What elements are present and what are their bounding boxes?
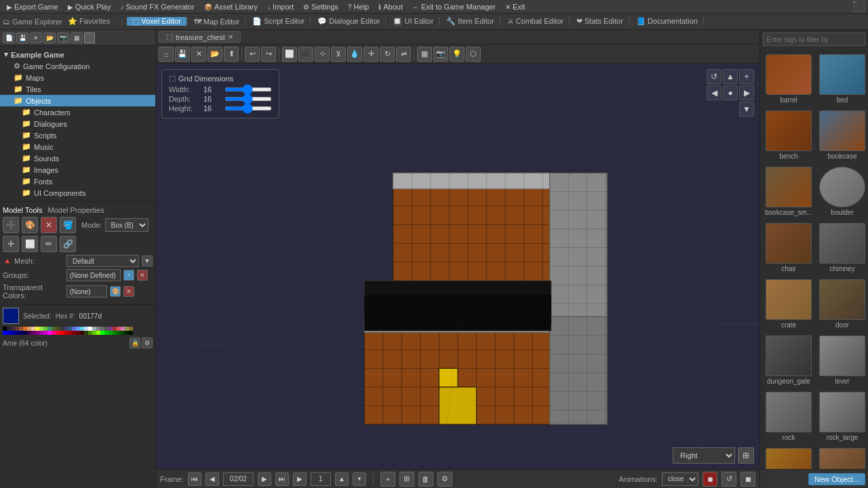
tree-item-dialogues[interactable]: 📁 Dialogues (0, 118, 155, 129)
vp-close-btn[interactable]: ✕ (191, 47, 206, 62)
nav-right-btn[interactable]: ▶ (739, 85, 754, 100)
vp-move-btn[interactable]: ✛ (363, 47, 378, 62)
asset-item-rock_large[interactable]: rock_large (817, 390, 867, 443)
mode-select[interactable]: Box (B) (105, 218, 149, 232)
tab-documentation[interactable]: 📘 Documentation (631, 17, 704, 26)
tab-ui-editor[interactable]: 🔲 UI Editor (387, 17, 439, 26)
menu-about[interactable]: ℹAbout (374, 3, 407, 11)
palette-settings-btn[interactable]: ⚙ (142, 338, 153, 348)
tree-item-music[interactable]: 📁 Music (0, 141, 155, 152)
tree-item-game-config[interactable]: ⚙ Game Configuration (0, 60, 155, 72)
add-voxel-btn[interactable]: ➕ (3, 217, 19, 233)
animations-select[interactable]: close open idle (662, 472, 698, 486)
vp-save-btn[interactable]: 💾 (175, 47, 190, 62)
tab-dialogue-editor[interactable]: 💬 Dialogue Editor (312, 17, 386, 26)
tree-item-ui-components[interactable]: 📁 UI Components (0, 187, 155, 199)
tab-stats-editor[interactable]: ❤ Stats Editor (571, 17, 629, 26)
tree-item-fonts[interactable]: 📁 Fonts (0, 176, 155, 187)
vp-tab-close[interactable]: ✕ (228, 33, 233, 41)
asset-item-bed[interactable]: bed (817, 52, 867, 106)
anim-delete-frame-btn[interactable]: 🗑 (418, 472, 433, 487)
tree-root[interactable]: ▾ Example Game (0, 49, 155, 60)
menu-asset-library[interactable]: 📦Asset Library (200, 3, 262, 11)
link-btn[interactable]: 🔗 (60, 236, 76, 252)
erase-btn[interactable]: ✕ (41, 217, 57, 233)
viewport-canvas[interactable]: ⬚ Grid Dimensions Width: 16 Depth: 16 (156, 64, 760, 469)
asset-item-chimney[interactable]: chimney (817, 221, 867, 274)
tree-item-sounds[interactable]: 📁 Sounds (0, 152, 155, 164)
depth-slider[interactable] (224, 97, 272, 101)
nav-down-btn[interactable]: ▼ (739, 102, 754, 117)
tree-item-characters[interactable]: 📁 Characters (0, 106, 155, 118)
frame-prev-btn[interactable]: ◀ (205, 472, 219, 486)
frame-last-btn[interactable]: ⏭ (275, 472, 289, 486)
camera-btn[interactable]: 📷 (57, 33, 69, 43)
asset-item-door[interactable]: door (817, 277, 867, 331)
menu-sound-fx[interactable]: ♪Sound FX Generator (116, 3, 199, 11)
vp-light-btn[interactable]: 💡 (450, 47, 465, 62)
step-up-btn[interactable]: ▲ (335, 472, 349, 486)
asset-item-lever[interactable]: lever (817, 333, 867, 387)
asset-item-barrel[interactable]: barrel (763, 52, 814, 106)
asset-item-bookcase_sm...[interactable]: bookcase_sm... (763, 165, 814, 218)
tree-item-scripts[interactable]: 📁 Scripts (0, 129, 155, 141)
asset-item-bookcase[interactable]: bookcase (817, 108, 867, 162)
close-btn[interactable]: ✕ (30, 33, 42, 43)
view-grid-toggle-btn[interactable]: ⊞ (738, 447, 754, 464)
asset-item-bench[interactable]: bench (763, 108, 814, 162)
line-btn[interactable]: ✏ (41, 236, 57, 252)
grid-btn[interactable]: ▦ (71, 33, 83, 43)
nav-up-btn[interactable]: ▲ (723, 69, 738, 84)
nav-center-btn[interactable]: ● (723, 85, 738, 100)
vp-home-btn[interactable]: ⌂ (159, 47, 174, 62)
vp-box-outline-btn[interactable]: ⬜ (282, 47, 297, 62)
nav-zoom-in-btn[interactable]: + (739, 69, 754, 84)
box-select-btn[interactable]: ⬜ (22, 236, 38, 252)
anim-record-btn[interactable]: ⏺ (703, 472, 717, 487)
anim-add-frame-btn[interactable]: + (380, 472, 395, 487)
vp-grid-btn[interactable]: ▦ (417, 47, 432, 62)
tree-item-tiles[interactable]: 📁 Tiles (0, 83, 155, 95)
tab-voxel-editor[interactable]: ⬚ Voxel Editor (127, 17, 187, 26)
asset-item-boulder[interactable]: boulder (817, 165, 867, 218)
vp-box-fill-btn[interactable]: ⬛ (298, 47, 313, 62)
tree-item-maps[interactable]: 📁 Maps (0, 72, 155, 83)
vp-select-btn[interactable]: ⊹ (315, 47, 330, 62)
vp-export-btn[interactable]: ⬆ (224, 47, 239, 62)
menu-quick-play[interactable]: ▶Quick Play (64, 3, 115, 11)
tab-item-editor[interactable]: 🔧 Item Editor (441, 17, 500, 26)
groups-add-btn[interactable]: + (123, 270, 134, 281)
anim-settings-btn[interactable]: ⚙ (437, 472, 452, 487)
menu-exit[interactable]: ✕Exit (501, 3, 529, 11)
vp-flip-btn[interactable]: ⇌ (396, 47, 411, 62)
vp-camera-btn[interactable]: 📷 (433, 47, 448, 62)
model-properties-tab[interactable]: Model Properties (48, 206, 104, 214)
folder-btn[interactable]: 📂 (43, 33, 56, 43)
step-input[interactable] (311, 472, 331, 486)
vp-redo-btn[interactable]: ↪ (261, 47, 276, 62)
step-down-btn[interactable]: ▼ (353, 472, 366, 486)
mesh-select[interactable]: Default (66, 255, 139, 267)
asset-item-sign[interactable]: sign (817, 446, 867, 469)
nav-reset-btn[interactable]: ↺ (707, 69, 722, 84)
transparent-remove-btn[interactable]: ✕ (123, 286, 134, 297)
new-object-btn[interactable]: New Object... (808, 473, 865, 485)
groups-input[interactable] (66, 269, 121, 281)
menu-help[interactable]: ?Help (344, 3, 373, 11)
select-btn[interactable]: 🪣 (60, 217, 76, 233)
frame-value[interactable] (223, 472, 254, 486)
vp-eyedrop-btn[interactable]: 💧 (347, 47, 362, 62)
window-controls[interactable]: ⬛ (852, 0, 865, 13)
asset-search-input[interactable] (763, 33, 865, 46)
mesh-options-btn[interactable]: ▼ (142, 256, 153, 266)
asset-item-dungeon_gate[interactable]: dungeon_gate (763, 333, 814, 387)
menu-settings[interactable]: ⚙Settings (299, 3, 342, 11)
palette-color[interactable] (129, 331, 133, 335)
frame-next-btn[interactable]: ▶ (258, 472, 271, 486)
asset-item-rock[interactable]: rock (763, 390, 814, 443)
vp-open-btn[interactable]: 📂 (208, 47, 222, 62)
tab-script-editor[interactable]: 📄 Script Editor (247, 17, 311, 26)
groups-remove-btn[interactable]: ✕ (137, 270, 148, 281)
save-btn[interactable]: 💾 (16, 33, 28, 43)
tree-item-objects[interactable]: 📁 Objects (0, 95, 155, 106)
